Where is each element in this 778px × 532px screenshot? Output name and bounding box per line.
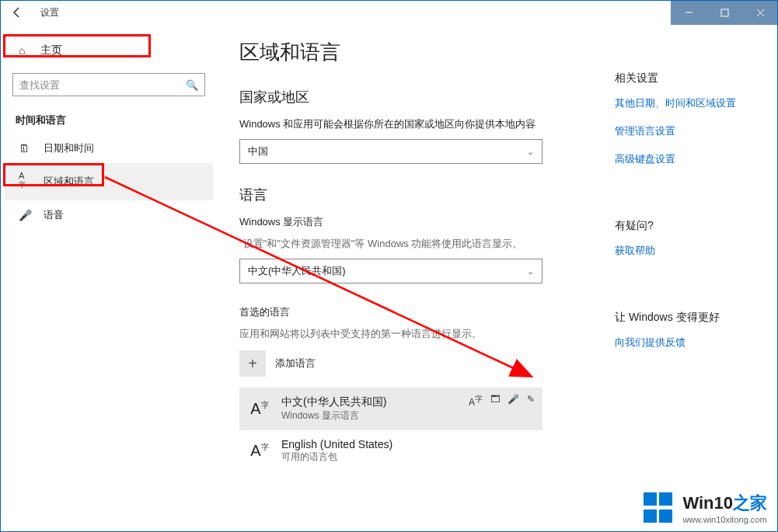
handwriting-icon: ✎ — [527, 394, 535, 408]
watermark-url: www.win10xitong.com — [682, 515, 767, 524]
watermark-brand-en: Win10 — [682, 493, 733, 513]
display-language-dropdown[interactable]: 中文(中华人民共和国) ⌄ — [239, 259, 543, 283]
text-to-speech-icon: 🗔 — [490, 394, 500, 408]
microphone-icon: 🎤 — [19, 209, 31, 221]
windows-logo-icon — [644, 492, 675, 523]
link-advanced-keyboard[interactable]: 高级键盘设置 — [615, 152, 766, 166]
display-language-desc: "设置"和"文件资源管理器"等 Windows 功能将使用此语言显示。 — [239, 237, 584, 251]
question-head: 有疑问? — [615, 219, 766, 233]
display-lang-icon: A字 — [469, 394, 483, 408]
sidebar-item-region-language[interactable]: A字 区域和语言 — [5, 163, 213, 200]
right-panel: 相关设置 其他日期、时间和区域设置 管理语言设置 高级键盘设置 有疑问? 获取帮… — [607, 25, 778, 532]
home-nav[interactable]: ⌂ 主页 — [8, 37, 210, 64]
svg-rect-1 — [721, 9, 728, 16]
maximize-button[interactable] — [706, 0, 742, 25]
speech-icon: 🎤 — [508, 394, 519, 408]
search-icon: 🔍 — [186, 79, 198, 91]
display-language-label: Windows 显示语言 — [239, 215, 584, 229]
search-box[interactable]: 🔍 — [12, 73, 205, 96]
preferred-languages-desc: 应用和网站将以列表中受支持的第一种语言进行显示。 — [239, 327, 584, 341]
calendar-icon: 🗓 — [19, 142, 31, 155]
better-head: 让 Windows 变得更好 — [615, 311, 766, 325]
main-content: 区域和语言 国家或地区 Windows 和应用可能会根据你所在的国家或地区向你提… — [218, 25, 607, 532]
watermark: Win10之家 www.win10xitong.com — [644, 492, 767, 524]
close-icon — [756, 9, 765, 17]
language-item-zh[interactable]: A字 中文(中华人民共和国) Windows 显示语言 A字 🗔 🎤 ✎ — [239, 388, 543, 430]
region-selected: 中国 — [248, 144, 268, 158]
language-glyph-icon: A字 — [249, 400, 270, 418]
sidebar-item-speech[interactable]: 🎤 语音 — [5, 200, 213, 230]
plus-icon: + — [239, 350, 266, 377]
back-button[interactable] — [0, 0, 34, 25]
display-language-selected: 中文(中华人民共和国) — [248, 264, 346, 278]
page-title: 区域和语言 — [239, 39, 584, 66]
language-glyph-icon: A字 — [249, 442, 270, 460]
region-desc: Windows 和应用可能会根据你所在的国家或地区向你提供本地内容 — [239, 117, 584, 131]
sidebar-item-datetime[interactable]: 🗓 日期和时间 — [5, 134, 213, 163]
related-settings-head: 相关设置 — [615, 71, 766, 85]
minimize-icon — [685, 9, 693, 17]
preferred-languages-label: 首选的语言 — [239, 305, 584, 319]
add-language-label: 添加语言 — [275, 356, 316, 370]
language-name: 中文(中华人民共和国) — [281, 395, 386, 409]
region-dropdown[interactable]: 中国 ⌄ — [239, 139, 543, 164]
window-title: 设置 — [34, 0, 671, 25]
close-button[interactable] — [742, 0, 778, 25]
search-input[interactable] — [19, 79, 186, 91]
sidebar-section-label: 时间和语言 — [5, 110, 213, 134]
sidebar: ⌂ 主页 🔍 时间和语言 🗓 日期和时间 A字 区域和语言 🎤 语音 — [0, 25, 218, 532]
minimize-button[interactable] — [671, 0, 706, 25]
watermark-brand-zh: 之家 — [733, 493, 767, 513]
link-other-date-region[interactable]: 其他日期、时间和区域设置 — [615, 96, 766, 110]
region-heading: 国家或地区 — [239, 88, 584, 106]
sidebar-item-label: 语音 — [44, 208, 64, 222]
language-heading: 语言 — [239, 186, 584, 204]
arrow-left-icon — [11, 6, 23, 19]
add-language-button[interactable]: + 添加语言 — [239, 350, 584, 377]
language-feature-icons: A字 🗔 🎤 ✎ — [469, 394, 535, 408]
language-sub: 可用的语言包 — [281, 450, 392, 464]
language-sub: Windows 显示语言 — [281, 409, 386, 422]
titlebar: 设置 — [0, 0, 778, 25]
language-icon: A字 — [19, 171, 31, 193]
sidebar-item-label: 日期和时间 — [44, 141, 94, 155]
link-manage-language[interactable]: 管理语言设置 — [615, 124, 766, 138]
home-icon: ⌂ — [19, 44, 31, 57]
language-name: English (United States) — [281, 438, 392, 450]
chevron-down-icon: ⌄ — [527, 266, 534, 276]
link-feedback[interactable]: 向我们提供反馈 — [615, 336, 766, 349]
language-item-en[interactable]: A字 English (United States) 可用的语言包 — [239, 430, 543, 471]
home-label: 主页 — [40, 43, 62, 57]
maximize-icon — [720, 9, 729, 17]
link-get-help[interactable]: 获取帮助 — [615, 244, 766, 258]
window-buttons — [671, 0, 778, 25]
sidebar-item-label: 区域和语言 — [44, 175, 94, 189]
chevron-down-icon: ⌄ — [527, 147, 534, 157]
